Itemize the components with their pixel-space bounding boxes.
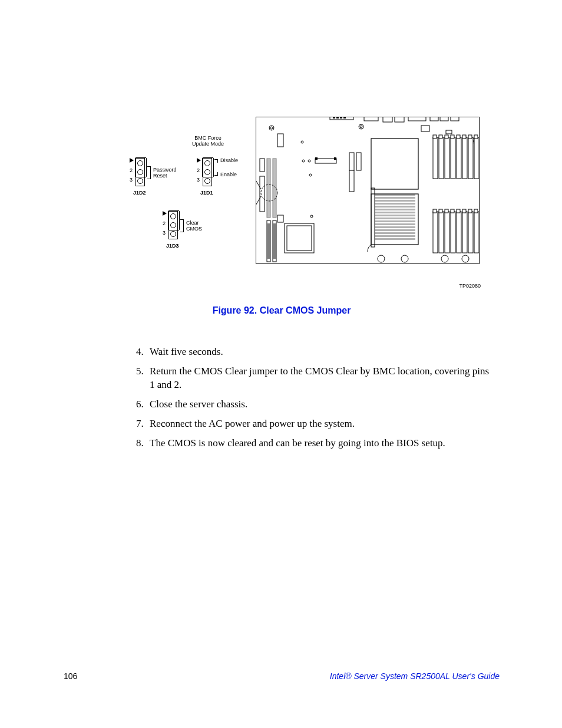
svg-rect-86 xyxy=(277,134,283,147)
svg-rect-79 xyxy=(273,159,276,218)
svg-rect-95 xyxy=(349,153,354,170)
svg-point-73 xyxy=(462,255,469,262)
svg-rect-1 xyxy=(333,117,335,118)
jumper-detail-panel: BMC ForceUpdate Mode 2 3 PasswordReset J… xyxy=(133,136,251,265)
svg-point-92 xyxy=(302,160,305,162)
svg-rect-96 xyxy=(356,153,361,170)
svg-rect-27 xyxy=(433,135,437,139)
svg-rect-38 xyxy=(451,212,455,253)
step-item: Close the server chassis. xyxy=(146,398,492,411)
svg-rect-48 xyxy=(462,209,466,213)
svg-rect-45 xyxy=(445,209,448,213)
svg-rect-26 xyxy=(474,137,479,179)
refdes-j1d1: J1D1 xyxy=(200,190,213,196)
svg-rect-68 xyxy=(374,238,415,240)
svg-rect-11 xyxy=(451,117,459,121)
svg-rect-76 xyxy=(260,159,265,172)
svg-rect-43 xyxy=(433,209,437,213)
svg-rect-35 xyxy=(433,212,438,253)
svg-rect-33 xyxy=(468,135,472,139)
svg-rect-25 xyxy=(468,137,473,179)
jumper-j1d1: 2 3 Disable Enable xyxy=(203,158,212,186)
page-footer: 106 Intel® Server System SR2500AL User's… xyxy=(64,671,500,681)
svg-rect-54 xyxy=(374,197,415,199)
step-item: The CMOS is now cleared and can be reset… xyxy=(146,437,492,450)
svg-point-14 xyxy=(359,124,363,129)
svg-point-12 xyxy=(269,126,274,130)
jumper-j1d2: 2 3 PasswordReset xyxy=(135,158,145,186)
svg-rect-24 xyxy=(462,137,467,179)
svg-rect-30 xyxy=(451,135,454,139)
document-title: Intel® Server System SR2500AL User's Gui… xyxy=(330,671,500,681)
svg-rect-21 xyxy=(445,137,449,179)
svg-rect-63 xyxy=(374,223,415,225)
figure-diagram: BMC ForceUpdate Mode 2 3 PasswordReset J… xyxy=(133,112,481,277)
svg-rect-4 xyxy=(343,117,346,118)
svg-rect-22 xyxy=(451,137,455,179)
refdes-j1d2: J1D2 xyxy=(133,190,146,196)
svg-point-18 xyxy=(310,215,313,218)
svg-rect-61 xyxy=(374,218,415,219)
motherboard-outline xyxy=(256,117,480,264)
svg-rect-6 xyxy=(383,117,392,122)
svg-rect-7 xyxy=(395,117,404,122)
svg-rect-41 xyxy=(468,212,473,253)
svg-rect-20 xyxy=(439,137,444,179)
svg-point-71 xyxy=(401,255,408,262)
svg-point-13 xyxy=(270,127,273,129)
svg-rect-28 xyxy=(439,135,442,139)
svg-rect-47 xyxy=(457,209,460,213)
svg-rect-80 xyxy=(267,220,270,262)
svg-rect-29 xyxy=(445,135,448,139)
svg-rect-81 xyxy=(273,220,276,262)
svg-point-93 xyxy=(308,160,310,162)
svg-rect-31 xyxy=(457,135,460,139)
svg-rect-10 xyxy=(440,117,448,121)
jumper-j1d3: 2 3 ClearCMOS xyxy=(168,211,178,239)
svg-rect-75 xyxy=(287,226,312,251)
svg-rect-42 xyxy=(474,212,479,253)
svg-rect-8 xyxy=(408,117,426,121)
bmc-title: BMC ForceUpdate Mode xyxy=(187,136,229,147)
svg-rect-88 xyxy=(315,159,336,163)
step-item: Reconnect the AC power and power up the … xyxy=(146,417,492,431)
svg-rect-3 xyxy=(340,117,342,118)
svg-rect-58 xyxy=(374,209,415,210)
figure-caption: Figure 92. Clear CMOS Jumper xyxy=(64,305,500,316)
svg-rect-90 xyxy=(334,157,336,160)
svg-point-15 xyxy=(360,126,362,128)
svg-rect-34 xyxy=(474,135,478,139)
svg-point-94 xyxy=(309,174,312,176)
svg-point-72 xyxy=(441,255,448,262)
svg-rect-60 xyxy=(374,215,415,216)
svg-rect-78 xyxy=(267,159,270,218)
svg-point-70 xyxy=(378,255,385,262)
svg-rect-55 xyxy=(374,200,415,202)
figure-tp-number: TP02080 xyxy=(459,283,481,289)
svg-rect-62 xyxy=(374,220,415,222)
step-item: Wait five seconds. xyxy=(146,345,492,359)
svg-rect-36 xyxy=(439,212,444,253)
procedure-steps: Wait five seconds.Return the CMOS Clear … xyxy=(130,345,492,450)
svg-rect-44 xyxy=(439,209,442,213)
svg-rect-2 xyxy=(336,117,339,118)
svg-rect-9 xyxy=(430,117,438,121)
svg-rect-57 xyxy=(374,206,415,207)
step-item: Return the CMOS Clear jumper to the CMOS… xyxy=(146,365,492,392)
svg-point-91 xyxy=(301,141,303,143)
svg-rect-37 xyxy=(445,212,449,253)
motherboard-svg xyxy=(256,117,480,265)
svg-rect-87 xyxy=(277,215,283,222)
svg-rect-19 xyxy=(433,137,438,179)
svg-rect-67 xyxy=(374,235,415,237)
refdes-j1d3: J1D3 xyxy=(166,243,179,249)
svg-rect-77 xyxy=(260,176,265,212)
svg-rect-59 xyxy=(374,212,415,213)
svg-rect-32 xyxy=(462,135,466,139)
svg-rect-56 xyxy=(374,203,415,205)
svg-rect-51 xyxy=(371,139,418,189)
svg-rect-49 xyxy=(468,209,472,213)
svg-rect-66 xyxy=(374,232,415,234)
svg-rect-50 xyxy=(474,209,478,213)
svg-rect-23 xyxy=(457,137,461,179)
